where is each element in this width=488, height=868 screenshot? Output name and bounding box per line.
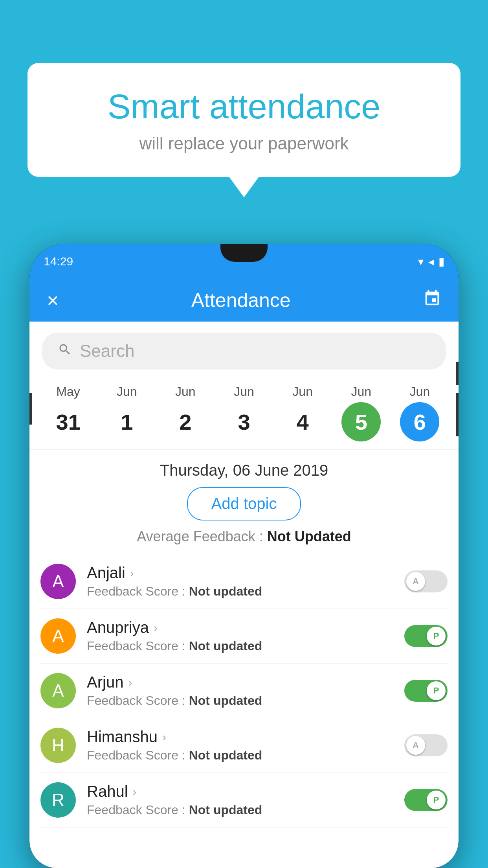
power-button-2 — [456, 393, 459, 436]
status-icons: ▾ ◂ ▮ — [418, 255, 444, 268]
phone-frame: 14:29 ▾ ◂ ▮ × Attendance Search — [29, 244, 459, 868]
avatar: A — [40, 564, 76, 599]
status-bar: 14:29 ▾ ◂ ▮ — [29, 244, 459, 279]
app-title: Attendance — [191, 289, 291, 312]
calendar-strip: May 31 Jun 1 Jun 2 Jun 3 Jun 4 Jun 5 — [29, 381, 459, 450]
avg-feedback: Average Feedback : Not Updated — [29, 528, 459, 545]
cal-day-1[interactable]: Jun 1 — [101, 384, 152, 441]
chevron-right-icon: › — [154, 621, 158, 634]
chevron-right-icon: › — [130, 566, 134, 580]
bubble-subtitle: will replace your paperwork — [59, 134, 429, 153]
chevron-right-icon: › — [128, 676, 132, 689]
search-bar[interactable]: Search — [42, 333, 446, 370]
avatar: R — [40, 782, 76, 818]
student-info: Anjali › Feedback Score : Not updated — [87, 564, 393, 599]
battery-icon: ▮ — [438, 255, 444, 268]
attendance-toggle[interactable]: P — [404, 789, 448, 811]
cal-day-2[interactable]: Jun 2 — [160, 384, 211, 441]
app-content: Search May 31 Jun 1 Jun 2 Jun 3 Jun 4 — [29, 322, 459, 868]
date-header: Thursday, 06 June 2019 — [29, 450, 459, 487]
power-button — [456, 362, 459, 385]
cal-day-0[interactable]: May 31 — [43, 384, 94, 441]
avatar: A — [40, 618, 76, 654]
attendance-toggle[interactable]: A — [404, 570, 448, 592]
student-list: A Anjali › Feedback Score : Not updated … — [29, 554, 459, 828]
attendance-toggle[interactable]: P — [404, 625, 448, 647]
student-info: Arjun › Feedback Score : Not updated — [87, 673, 393, 708]
wifi-icon: ▾ — [418, 255, 424, 268]
add-topic-button[interactable]: Add topic — [187, 487, 301, 520]
student-item[interactable]: R Rahul › Feedback Score : Not updated P — [40, 773, 448, 828]
student-info: Anupriya › Feedback Score : Not updated — [87, 619, 393, 653]
student-item[interactable]: H Himanshu › Feedback Score : Not update… — [40, 718, 448, 773]
avatar: H — [40, 728, 76, 763]
attendance-toggle[interactable]: P — [404, 680, 448, 702]
chevron-right-icon: › — [133, 785, 137, 798]
notch — [220, 244, 268, 262]
search-icon — [58, 342, 72, 360]
cal-day-5[interactable]: Jun 5 — [336, 384, 387, 441]
cal-day-6[interactable]: Jun 6 — [394, 384, 445, 441]
bubble-title: Smart attendance — [59, 86, 429, 127]
calendar-icon[interactable] — [423, 289, 441, 312]
student-item[interactable]: A Anjali › Feedback Score : Not updated … — [40, 554, 448, 609]
avatar: A — [40, 673, 76, 708]
attendance-toggle[interactable]: A — [404, 734, 448, 756]
student-item[interactable]: A Anupriya › Feedback Score : Not update… — [40, 609, 448, 664]
cal-day-3[interactable]: Jun 3 — [218, 384, 270, 441]
status-time: 14:29 — [44, 255, 73, 268]
cal-day-4[interactable]: Jun 4 — [277, 384, 328, 441]
close-button[interactable]: × — [47, 289, 59, 312]
speech-bubble-container: Smart attendance will replace your paper… — [28, 63, 460, 177]
student-item[interactable]: A Arjun › Feedback Score : Not updated P — [40, 664, 448, 718]
signal-icon: ◂ — [428, 255, 434, 268]
chevron-right-icon: › — [162, 730, 166, 744]
speech-bubble: Smart attendance will replace your paper… — [28, 63, 460, 177]
search-placeholder: Search — [80, 341, 134, 361]
student-info: Rahul › Feedback Score : Not updated — [87, 783, 393, 817]
student-info: Himanshu › Feedback Score : Not updated — [87, 728, 393, 763]
app-header: × Attendance — [29, 279, 459, 322]
volume-button — [29, 393, 32, 425]
